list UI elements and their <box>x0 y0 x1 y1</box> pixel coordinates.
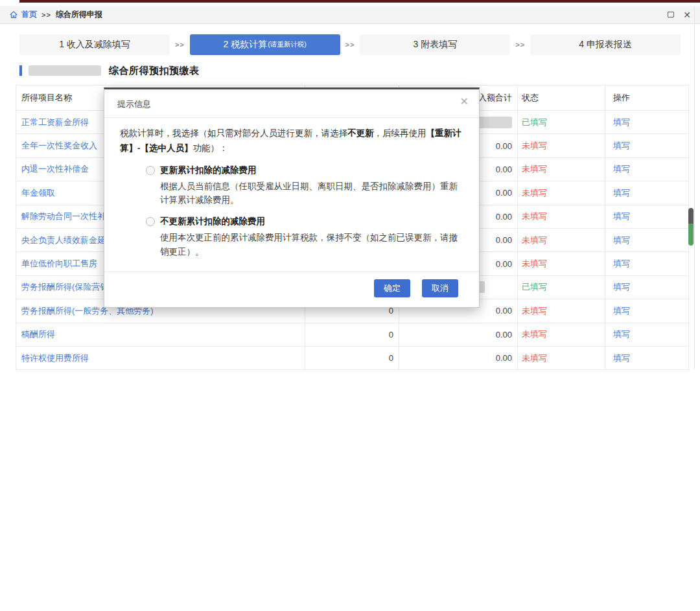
radio-option-update[interactable]: 更新累计扣除的减除费用 <box>146 163 463 178</box>
fill-action-link[interactable]: 填写 <box>613 117 630 127</box>
income-item-link[interactable]: 正常工资薪金所得 <box>21 117 89 127</box>
tab-label: 1 收入及减除填写 <box>59 39 130 51</box>
confirm-button[interactable]: 确定 <box>374 279 410 297</box>
income-item-link[interactable]: 内退一次性补偿金 <box>21 164 89 174</box>
dialog-body: 税款计算时，我选择（如只需对部分人员进行更新，请选择不更新，后续再使用【重新计算… <box>104 118 479 265</box>
breadcrumb-home-link[interactable]: 首页 <box>21 9 37 20</box>
tab-step-1-income[interactable]: 1 收入及减除填写 <box>19 34 170 55</box>
breadcrumb-separator: >> <box>41 11 51 19</box>
fill-action-link[interactable]: 填写 <box>613 211 630 221</box>
tab-note: (请重新计税) <box>268 40 307 49</box>
status-badge: 未填写 <box>518 157 605 181</box>
close-icon[interactable]: ✕ <box>683 10 691 19</box>
status-badge: 未填写 <box>518 181 605 205</box>
radio-option-description: 使用本次更正前的累计减除费用计算税款，保持不变（如之前已误更新，请撤销更正）。 <box>160 231 463 259</box>
header-status: 状态 <box>518 86 605 111</box>
app-window: 首页 >> 综合所得申报 ✕ 1 收入及减除填写 >> 2 税款计算 (请重新计… <box>0 0 700 611</box>
dialog-footer: 确定 取消 <box>104 271 479 307</box>
tab-label: 3 附表填写 <box>414 39 458 51</box>
status-badge: 未填写 <box>518 299 605 323</box>
status-badge: 未填写 <box>518 252 605 275</box>
fill-action-link[interactable]: 填写 <box>613 259 630 268</box>
tab-step-4-submit[interactable]: 4 申报表报送 <box>530 34 681 55</box>
section-title: 综合所得预扣预缴表 <box>19 64 200 77</box>
income-item-link[interactable]: 年金领取 <box>21 188 55 198</box>
step-separator: >> <box>170 41 190 49</box>
home-icon <box>9 10 18 19</box>
fill-action-link[interactable]: 填写 <box>613 353 630 363</box>
status-badge: 未填写 <box>518 205 605 228</box>
status-badge: 已填写 <box>518 111 605 134</box>
tab-label: 4 申报表报送 <box>579 39 632 51</box>
breadcrumb-current: 综合所得申报 <box>56 9 102 20</box>
amount-cell: 0.00 <box>399 323 518 346</box>
fill-action-link[interactable]: 填写 <box>613 306 630 316</box>
title-accent-bar <box>19 65 22 76</box>
count-cell: 0 <box>305 323 399 346</box>
fill-action-link[interactable]: 填写 <box>613 329 630 339</box>
step-tabs: 1 收入及减除填写 >> 2 税款计算 (请重新计税) >> 3 附表填写 >>… <box>19 34 681 55</box>
status-badge: 已填写 <box>518 275 605 299</box>
status-badge: 未填写 <box>518 134 605 157</box>
maximize-icon[interactable] <box>668 12 674 17</box>
income-item-link[interactable]: 全年一次性奖金收入 <box>21 141 97 150</box>
radio-option-no-update[interactable]: 不更新累计扣除的减除费用 <box>146 214 463 229</box>
income-item-link[interactable]: 单位低价向职工售房 <box>21 259 97 268</box>
table-row: 特许权使用费所得00.00未填写填写 <box>16 346 689 369</box>
income-item-link[interactable]: 特许权使用费所得 <box>21 353 89 363</box>
income-item-link[interactable]: 稿酬所得 <box>21 329 55 339</box>
status-badge: 未填写 <box>518 228 605 251</box>
header-action: 操作 <box>605 86 689 111</box>
fill-action-link[interactable]: 填写 <box>613 282 630 292</box>
prompt-dialog: 提示信息 ✕ 税款计算时，我选择（如只需对部分人员进行更新，请选择不更新，后续再… <box>104 87 480 308</box>
tab-label: 2 税款计算 <box>224 39 268 51</box>
cancel-button[interactable]: 取消 <box>422 279 458 297</box>
fill-action-link[interactable]: 填写 <box>613 188 630 198</box>
amount-cell: 0.00 <box>399 346 518 369</box>
fill-action-link[interactable]: 填写 <box>613 164 630 174</box>
table-row: 稿酬所得00.00未填写填写 <box>16 323 689 346</box>
radio-option-description: 根据人员当前信息（任职受雇从业日期、离职日期、是否扣除减除费用）重新计算累计减除… <box>160 179 463 207</box>
radio-button-icon[interactable] <box>146 217 155 226</box>
status-badge: 未填写 <box>518 323 605 346</box>
breadcrumb-bar: 首页 >> 综合所得申报 ✕ <box>0 6 700 24</box>
scrollbar-thumb[interactable] <box>688 208 694 246</box>
fill-action-link[interactable]: 填写 <box>613 141 630 150</box>
count-cell: 0 <box>305 346 399 369</box>
dialog-close-icon[interactable]: ✕ <box>460 97 469 107</box>
window-top-accent-bar <box>19 0 700 3</box>
dialog-title: 提示信息 <box>117 99 151 109</box>
step-separator: >> <box>340 41 360 49</box>
radio-option-label: 不更新累计扣除的减除费用 <box>160 214 265 229</box>
redacted-company-name <box>29 65 101 76</box>
radio-button-icon[interactable] <box>146 166 155 175</box>
dialog-intro-text: 税款计算时，我选择（如只需对部分人员进行更新，请选择不更新，后续再使用【重新计算… <box>120 126 463 156</box>
tab-step-2-tax-calc[interactable]: 2 税款计算 (请重新计税) <box>190 34 340 55</box>
tab-step-3-schedules[interactable]: 3 附表填写 <box>360 34 510 55</box>
fill-action-link[interactable]: 填写 <box>613 235 630 245</box>
step-separator: >> <box>510 41 530 49</box>
page-title: 综合所得预扣预缴表 <box>109 65 200 77</box>
radio-option-label: 更新累计扣除的减除费用 <box>160 163 257 178</box>
status-badge: 未填写 <box>518 346 605 369</box>
window-right-border <box>694 6 695 369</box>
dialog-header: 提示信息 ✕ <box>104 89 479 118</box>
